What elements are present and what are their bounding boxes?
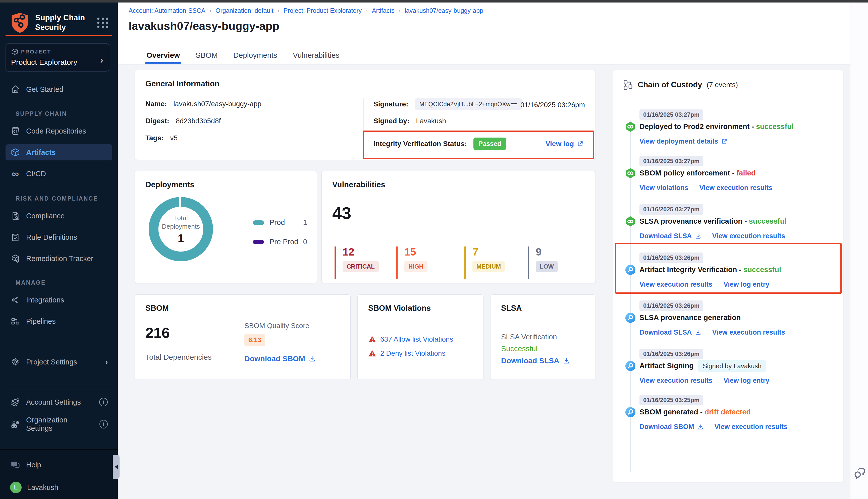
view-deployment-details-link[interactable]: View deployment details bbox=[639, 137, 727, 145]
sidebar-item-pipelines[interactable]: Pipelines bbox=[5, 313, 112, 329]
sidebar-item-code-repositories[interactable]: Code Repositories bbox=[5, 123, 112, 139]
view-violations-link[interactable]: View violations bbox=[639, 184, 688, 192]
breadcrumb-current[interactable]: lavakush07/easy-buggy-app bbox=[405, 7, 483, 14]
column-divider bbox=[235, 319, 235, 368]
severity-critical: 12 CRITICAL bbox=[335, 246, 379, 279]
event-status: drift detected bbox=[704, 408, 751, 416]
sidebar-divider bbox=[8, 386, 110, 386]
breadcrumb-organization[interactable]: Organization: default bbox=[216, 7, 274, 14]
tab-overview[interactable]: Overview bbox=[146, 46, 180, 64]
signature-value[interactable]: MEQCICde2VjIT...bL+2+mqnOXw== bbox=[415, 98, 522, 110]
view-log-entry-link[interactable]: View log entry bbox=[724, 377, 770, 385]
sidebar-item-get-started[interactable]: Get Started bbox=[5, 81, 112, 97]
deny-list-violations-link[interactable]: 2 Deny list Violations bbox=[380, 349, 445, 357]
view-execution-results-link[interactable]: View execution results bbox=[639, 281, 712, 289]
name-value: lavakush07/easy-buggy-app bbox=[173, 100, 262, 108]
chevron-right-icon: › bbox=[100, 55, 103, 65]
page-title: lavakush07/easy-buggy-app bbox=[129, 20, 279, 33]
view-execution-results-link[interactable]: View execution results bbox=[699, 184, 773, 192]
sidebar-section-risk-compliance: RISK AND COMPLIANCE bbox=[15, 195, 98, 202]
deployments-legend: Prod 1 Pre Prod 0 bbox=[253, 218, 307, 257]
download-slsa-link[interactable]: Download SLSA bbox=[639, 232, 701, 240]
ssca-scan-icon bbox=[625, 312, 636, 324]
tab-vulnerabilities[interactable]: Vulnerabilities bbox=[293, 46, 340, 64]
deployments-donut-chart: Total Deployments 1 bbox=[145, 193, 217, 265]
sidebar-item-label: Pipelines bbox=[26, 317, 56, 326]
general-information-card: General Information Name:lavakush07/easy… bbox=[135, 70, 596, 160]
resource-center-chat-icon[interactable] bbox=[854, 466, 867, 480]
sidebar-item-label: CI/CD bbox=[26, 170, 46, 178]
window-top-strip bbox=[0, 0, 868, 2]
ssca-scan-icon bbox=[625, 264, 636, 276]
breadcrumb-artifacts[interactable]: Artifacts bbox=[372, 7, 395, 14]
harness-cd-icon bbox=[625, 168, 636, 179]
breadcrumb: Account: Automation-SSCA› Organization: … bbox=[129, 7, 483, 14]
view-execution-results-link[interactable]: View execution results bbox=[712, 329, 785, 336]
sidebar-item-label: Rule Definitions bbox=[26, 233, 77, 242]
download-icon bbox=[697, 424, 703, 430]
sidebar-item-compliance[interactable]: Compliance bbox=[5, 208, 112, 224]
view-execution-results-link[interactable]: View execution results bbox=[712, 232, 785, 240]
card-title: SLSA bbox=[501, 304, 585, 313]
sidebar-item-cicd[interactable]: ∞ CI/CD bbox=[5, 166, 112, 182]
integrations-nodes-icon bbox=[10, 295, 21, 305]
collapse-arrow-icon bbox=[115, 465, 118, 469]
sidebar-item-artifacts[interactable]: Artifacts bbox=[5, 144, 112, 160]
download-sbom-link[interactable]: Download SBOM bbox=[639, 423, 703, 431]
allow-list-violations-link[interactable]: 637 Allow list Violations bbox=[380, 335, 453, 343]
event-status: failed bbox=[737, 169, 756, 177]
view-execution-results-link[interactable]: View execution results bbox=[714, 423, 788, 431]
event-status: successful bbox=[756, 122, 794, 131]
signature-date: 01/16/2025 03:26pm bbox=[520, 101, 585, 109]
download-slsa-link[interactable]: Download SLSA bbox=[639, 329, 701, 336]
info-icon: i bbox=[99, 420, 108, 428]
user-menu[interactable]: L Lavakush bbox=[5, 479, 112, 496]
slsa-card: SLSA SLSA Verification Successful Downlo… bbox=[490, 294, 596, 380]
warning-icon bbox=[368, 335, 376, 343]
sidebar-item-remediation-tracker[interactable]: Remediation Tracker bbox=[5, 251, 112, 267]
sidebar-item-label: Artifacts bbox=[26, 148, 56, 157]
sidebar-item-project-settings[interactable]: Project Settings › bbox=[5, 354, 112, 370]
event-timestamp: 01/16/2025 03:27pm bbox=[639, 156, 703, 167]
download-slsa-link[interactable]: Download SLSA bbox=[501, 356, 570, 365]
card-title: SBOM Violations bbox=[368, 304, 473, 313]
ssca-scan-icon bbox=[625, 360, 636, 372]
name-label: Name: bbox=[145, 100, 167, 108]
external-link-icon bbox=[721, 138, 727, 145]
donut-center-label: Total Deployments bbox=[162, 214, 200, 231]
chain-of-custody-card: Chain of Custody (7 events) 01/16/2025 0… bbox=[613, 70, 843, 482]
severity-low: 9 LOW bbox=[528, 246, 558, 279]
sidebar-item-rule-definitions[interactable]: Rule Definitions bbox=[5, 229, 112, 245]
help-chat-icon: ? bbox=[10, 460, 21, 470]
event-timestamp: 01/16/2025 03:26pm bbox=[639, 349, 703, 359]
legend-item-prod: Prod 1 bbox=[253, 218, 307, 227]
event-title: SBOM generated-drift detected bbox=[639, 408, 751, 416]
sidebar-item-help[interactable]: ? Help bbox=[5, 457, 112, 473]
breadcrumb-account[interactable]: Account: Automation-SSCA bbox=[129, 7, 205, 14]
tab-deployments[interactable]: Deployments bbox=[233, 46, 277, 64]
sidebar-item-integrations[interactable]: Integrations bbox=[5, 292, 112, 308]
sidebar-item-label: Project Settings bbox=[26, 358, 77, 366]
signed-by-label: Signed by: bbox=[373, 117, 409, 125]
harness-cd-icon bbox=[625, 121, 636, 133]
sidebar-item-label: Compliance bbox=[26, 212, 64, 220]
allow-list-violations-row: 637 Allow list Violations bbox=[368, 335, 453, 343]
vulnerabilities-total: 43 bbox=[332, 203, 351, 223]
sidebar: Supply Chain Security PROJECT Product Ex… bbox=[0, 2, 118, 499]
event-timestamp: 01/16/2025 03:27pm bbox=[639, 204, 703, 215]
tab-sbom[interactable]: SBOM bbox=[195, 46, 217, 64]
sidebar-item-label: Remediation Tracker bbox=[26, 255, 94, 263]
download-sbom-link[interactable]: Download SBOM bbox=[244, 354, 316, 363]
event-timestamp: 01/16/2025 03:26pm bbox=[639, 253, 703, 263]
project-selector[interactable]: PROJECT Product Exploratory › bbox=[5, 44, 109, 72]
view-execution-results-link[interactable]: View execution results bbox=[639, 377, 712, 385]
sidebar-item-account-settings[interactable]: Account Settings i bbox=[5, 394, 112, 410]
sidebar-collapse-handle[interactable] bbox=[113, 455, 120, 479]
sidebar-item-organization-settings[interactable]: Organization Settings i bbox=[5, 416, 112, 432]
module-grid-icon[interactable] bbox=[97, 17, 109, 28]
breadcrumb-project[interactable]: Project: Product Exploratory bbox=[284, 7, 362, 14]
view-log-link[interactable]: View log bbox=[545, 140, 583, 148]
page-header: Account: Automation-SSCA› Organization: … bbox=[118, 2, 850, 64]
view-log-entry-link[interactable]: View log entry bbox=[724, 281, 770, 289]
sbom-violations-card: SBOM Violations 637 Allow list Violation… bbox=[358, 294, 484, 380]
